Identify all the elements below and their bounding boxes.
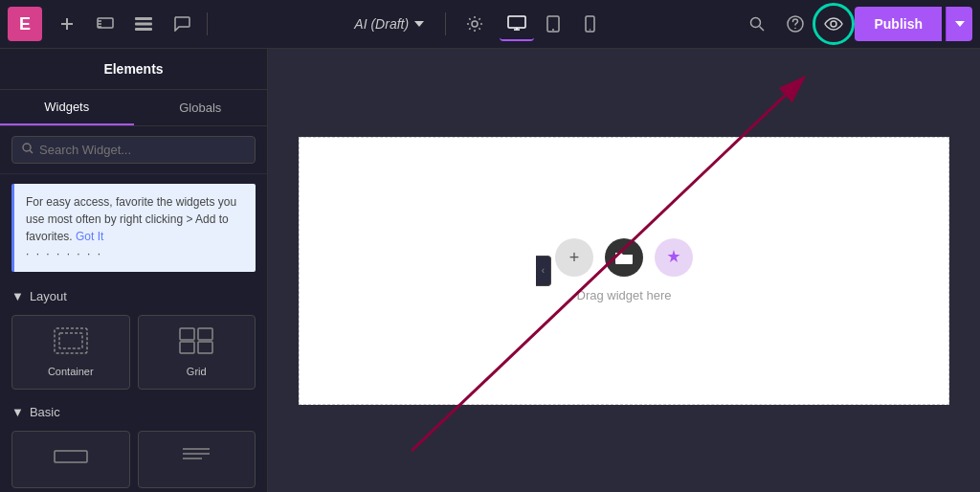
canvas-drop-zone[interactable]: + Drag widget here — [299, 137, 949, 405]
sidebar: Elements Widgets Globals For easy access… — [0, 49, 268, 492]
layout-chevron-icon: ▼ — [11, 289, 24, 303]
desktop-button[interactable] — [500, 7, 534, 41]
layers-button[interactable] — [126, 7, 161, 41]
publish-button[interactable]: Publish — [855, 7, 942, 41]
help-button[interactable] — [778, 7, 813, 41]
toolbar-right: Publish — [740, 7, 972, 41]
magic-button[interactable] — [655, 238, 693, 277]
svg-point-21 — [831, 21, 836, 27]
svg-rect-29 — [198, 342, 212, 353]
sidebar-title: Elements — [103, 61, 163, 77]
container-icon — [54, 327, 88, 360]
svg-point-9 — [472, 21, 478, 27]
canvas-area: + Drag widget here — [268, 49, 980, 492]
sidebar-tabs: Widgets Globals — [0, 90, 267, 126]
preview-button-wrapper — [816, 7, 851, 41]
ai-draft-button[interactable]: AI (Draft) — [345, 12, 434, 35]
info-text: For easy access, favorite the widgets yo… — [26, 195, 236, 243]
info-box: For easy access, favorite the widgets yo… — [11, 184, 256, 272]
svg-point-17 — [751, 18, 761, 28]
mobile-button[interactable] — [572, 7, 607, 41]
basic-section-header[interactable]: ▼ Basic — [0, 397, 267, 427]
ai-draft-label: AI (Draft) — [354, 16, 409, 32]
basic-chevron-icon: ▼ — [11, 405, 24, 419]
search-input[interactable] — [39, 143, 245, 157]
svg-rect-30 — [55, 451, 87, 462]
settings-button[interactable] — [457, 7, 492, 41]
drop-text: Drag widget here — [577, 288, 672, 302]
add-element-button[interactable] — [50, 7, 84, 41]
device-buttons — [500, 7, 607, 41]
basic-widget-2-icon — [179, 443, 213, 476]
got-it-link[interactable]: Got It — [76, 230, 103, 243]
publish-dropdown-button[interactable] — [946, 7, 972, 41]
search-container — [0, 126, 267, 174]
search-icon — [22, 143, 33, 157]
main-layout: Elements Widgets Globals For easy access… — [0, 49, 980, 492]
svg-point-16 — [589, 29, 590, 31]
grid-widget[interactable]: Grid — [138, 315, 256, 390]
container-label: Container — [48, 366, 94, 377]
toolbar-center: AI (Draft) — [215, 7, 736, 41]
grid-label: Grid — [187, 366, 207, 377]
tablet-button[interactable] — [536, 7, 570, 41]
grid-icon — [179, 327, 213, 360]
basic-widgets-grid — [0, 427, 267, 492]
search-button[interactable] — [740, 7, 774, 41]
container-widget[interactable]: Container — [11, 315, 130, 390]
folder-button[interactable] — [605, 238, 643, 277]
toolbar-separator-2 — [445, 12, 446, 35]
svg-rect-7 — [135, 23, 152, 26]
preview-button[interactable] — [816, 7, 851, 41]
basic-widget-1[interactable] — [11, 431, 130, 488]
svg-point-22 — [23, 144, 31, 151]
search-box — [11, 136, 256, 164]
layout-section-label: Layout — [30, 289, 67, 303]
sidebar-collapse-button[interactable]: ‹ — [536, 256, 551, 286]
main-toolbar: E AI (Draft) — [0, 0, 980, 49]
add-content-button[interactable]: + — [555, 238, 593, 277]
dots-decoration: · · · · · · · · — [26, 247, 102, 260]
svg-rect-8 — [135, 28, 152, 31]
basic-section-label: Basic — [30, 405, 60, 419]
add-icon: + — [569, 248, 580, 268]
comments-button[interactable] — [165, 7, 199, 41]
basic-widget-2[interactable] — [138, 431, 256, 488]
tab-widgets[interactable]: Widgets — [0, 90, 134, 125]
svg-rect-28 — [180, 342, 194, 353]
svg-point-20 — [795, 28, 797, 30]
drop-actions: + — [555, 238, 693, 277]
responsive-mode-button[interactable] — [88, 7, 122, 41]
svg-rect-26 — [180, 328, 194, 340]
svg-point-14 — [552, 29, 554, 31]
svg-line-23 — [30, 150, 33, 153]
basic-widget-1-icon — [54, 443, 88, 476]
toolbar-separator-1 — [207, 12, 208, 35]
layout-widgets-grid: Container Grid — [0, 311, 267, 397]
svg-rect-25 — [59, 333, 82, 348]
layout-section-header[interactable]: ▼ Layout — [0, 281, 267, 311]
svg-line-18 — [760, 27, 765, 32]
svg-rect-6 — [135, 17, 152, 20]
sidebar-header: Elements — [0, 49, 267, 90]
svg-rect-10 — [508, 16, 525, 28]
tab-globals[interactable]: Globals — [134, 90, 268, 125]
svg-rect-27 — [198, 328, 212, 340]
elementor-logo[interactable]: E — [8, 7, 42, 41]
